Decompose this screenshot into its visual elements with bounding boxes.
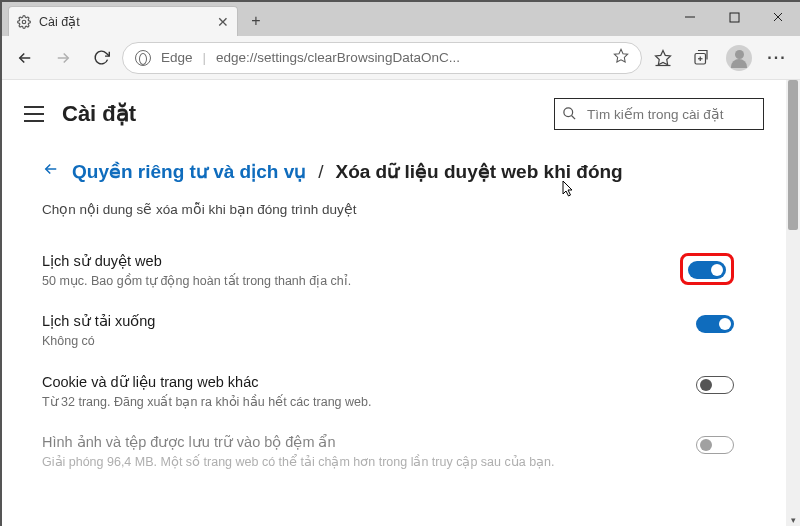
svg-point-11 <box>564 108 573 117</box>
browser-tab-settings[interactable]: Cài đặt ✕ <box>8 6 238 36</box>
section-hint: Chọn nội dung sẽ xóa mỗi khi bạn đóng tr… <box>42 201 746 217</box>
breadcrumb-parent-link[interactable]: Quyền riêng tư và dịch vụ <box>72 160 306 183</box>
browser-toolbar: Edge | edge://settings/clearBrowsingData… <box>2 36 800 80</box>
favorite-star-icon[interactable] <box>613 48 629 67</box>
profile-button[interactable] <box>722 41 756 75</box>
breadcrumb-separator: / <box>318 161 323 183</box>
option-description: Không có <box>42 333 155 349</box>
settings-search-input[interactable] <box>554 98 764 130</box>
option-toggle[interactable] <box>696 376 734 394</box>
dots-icon: ··· <box>767 49 786 67</box>
option-row: Cookie và dữ liệu trang web khácTừ 32 tr… <box>42 362 746 422</box>
close-tab-icon[interactable]: ✕ <box>217 14 229 30</box>
page-title: Cài đặt <box>62 101 136 127</box>
svg-point-0 <box>22 20 26 24</box>
breadcrumb-back-icon[interactable] <box>42 160 60 183</box>
highlight-box <box>680 253 734 285</box>
collections-button[interactable] <box>684 41 718 75</box>
option-toggle[interactable] <box>696 436 734 454</box>
svg-rect-2 <box>730 13 739 22</box>
favorites-button[interactable] <box>646 41 680 75</box>
toggle-knob <box>700 439 712 451</box>
scroll-thumb[interactable] <box>788 80 798 230</box>
more-menu-button[interactable]: ··· <box>760 41 794 75</box>
address-separator: | <box>203 50 207 65</box>
mouse-cursor-icon <box>562 180 576 198</box>
maximize-button[interactable] <box>712 2 756 32</box>
refresh-button[interactable] <box>84 41 118 75</box>
option-title: Lịch sử tải xuống <box>42 313 155 329</box>
option-title: Hình ảnh và tệp được lưu trữ vào bộ đệm … <box>42 434 555 450</box>
breadcrumb: Quyền riêng tư và dịch vụ / Xóa dữ liệu … <box>42 160 746 183</box>
option-toggle[interactable] <box>688 261 726 279</box>
gear-icon <box>17 15 31 29</box>
edge-icon <box>135 50 151 66</box>
option-row: Hình ảnh và tệp được lưu trữ vào bộ đệm … <box>42 422 746 482</box>
close-window-button[interactable] <box>756 2 800 32</box>
option-row: Lịch sử tải xuốngKhông có <box>42 301 746 361</box>
address-label: Edge <box>161 50 193 65</box>
vertical-scrollbar[interactable]: ▾ <box>786 80 800 526</box>
breadcrumb-current: Xóa dữ liệu duyệt web khi đóng <box>336 160 623 183</box>
toggle-knob <box>719 318 731 330</box>
svg-line-12 <box>572 116 575 119</box>
address-url: edge://settings/clearBrowsingDataOnC... <box>216 50 460 65</box>
option-title: Lịch sử duyệt web <box>42 253 351 269</box>
back-button[interactable] <box>8 41 42 75</box>
tab-title: Cài đặt <box>39 14 80 29</box>
menu-toggle-button[interactable] <box>24 106 44 122</box>
toggle-knob <box>711 264 723 276</box>
option-description: 50 mục. Bao gồm tự động hoàn tất trong t… <box>42 273 351 289</box>
forward-button[interactable] <box>46 41 80 75</box>
address-bar[interactable]: Edge | edge://settings/clearBrowsingData… <box>122 42 642 74</box>
svg-marker-6 <box>656 50 671 64</box>
option-description: Giải phóng 96,4 MB. Một số trang web có … <box>42 454 555 470</box>
settings-page: Cài đặt Quyền riêng tư và dịch vụ / Xóa … <box>2 80 786 526</box>
option-row: Lịch sử duyệt web50 mục. Bao gồm tự động… <box>42 241 746 301</box>
toggle-knob <box>700 379 712 391</box>
option-toggle[interactable] <box>696 315 734 333</box>
tab-bar: Cài đặt ✕ + <box>2 2 800 36</box>
minimize-button[interactable] <box>668 2 712 32</box>
option-description: Từ 32 trang. Đăng xuất bạn ra khỏi hầu h… <box>42 394 371 410</box>
option-title: Cookie và dữ liệu trang web khác <box>42 374 371 390</box>
new-tab-button[interactable]: + <box>242 7 270 35</box>
svg-marker-5 <box>614 49 627 62</box>
avatar-icon <box>726 45 752 71</box>
search-icon <box>562 106 577 121</box>
scroll-down-arrow-icon[interactable]: ▾ <box>788 514 798 526</box>
